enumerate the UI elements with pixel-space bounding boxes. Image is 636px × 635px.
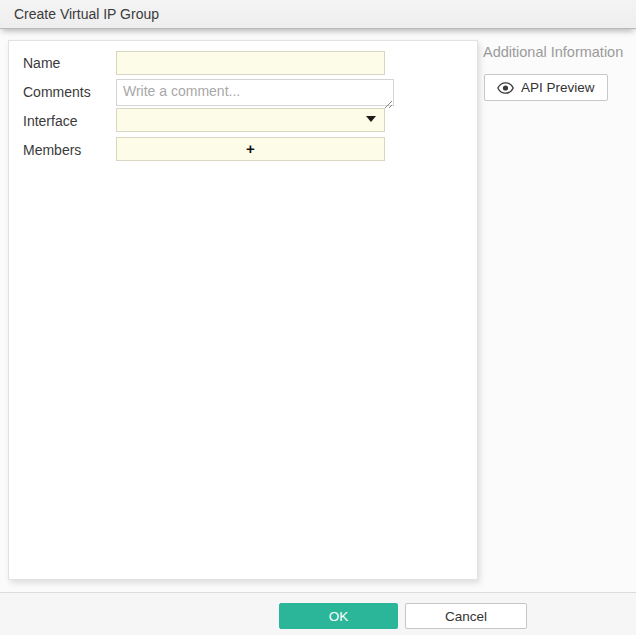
textarea-resize-handle-icon[interactable] [383, 95, 393, 105]
chevron-down-icon [366, 116, 376, 122]
comments-textarea[interactable] [116, 79, 394, 106]
api-preview-label: API Preview [521, 80, 595, 95]
plus-icon: + [246, 140, 255, 157]
eye-icon [497, 82, 514, 94]
form-panel: Name Comments Interface Members + [8, 40, 478, 580]
members-label: Members [23, 142, 81, 158]
name-input[interactable] [116, 51, 385, 75]
interface-label: Interface [23, 113, 77, 129]
cancel-button[interactable]: Cancel [405, 603, 527, 629]
members-add-field[interactable]: + [116, 137, 385, 161]
dialog-footer: OK Cancel [0, 592, 636, 635]
dialog-titlebar: Create Virtual IP Group [0, 0, 636, 29]
additional-information-heading: Additional Information [483, 44, 623, 60]
comments-label: Comments [23, 84, 91, 100]
interface-select[interactable] [116, 108, 385, 132]
name-label: Name [23, 55, 60, 71]
api-preview-button[interactable]: API Preview [484, 74, 608, 101]
ok-button[interactable]: OK [279, 603, 398, 629]
dialog-title: Create Virtual IP Group [0, 0, 636, 28]
